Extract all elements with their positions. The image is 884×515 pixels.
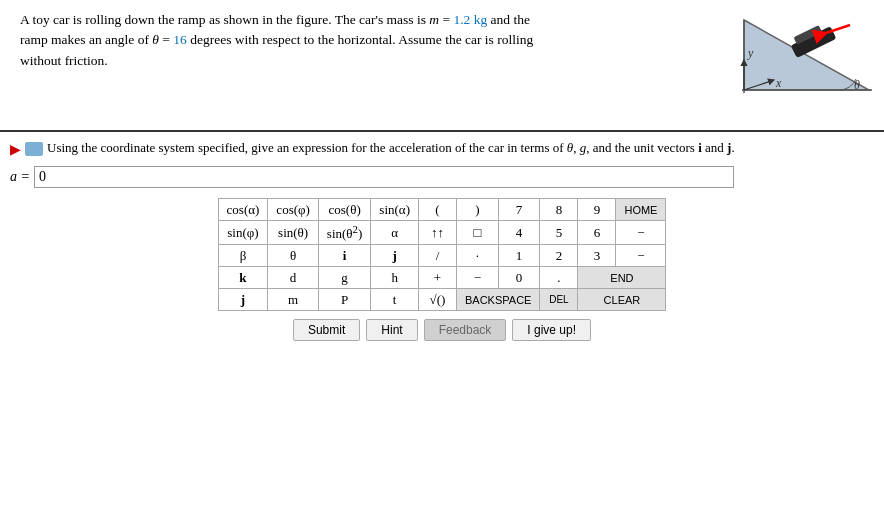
key-4[interactable]: 4 <box>498 221 540 245</box>
keypad-table: cos(α) cos(φ) cos(θ) sin(α) ( ) 7 8 9 HO… <box>218 198 667 311</box>
key-1[interactable]: 1 <box>498 245 540 267</box>
key-cos-alpha[interactable]: cos(α) <box>218 199 268 221</box>
key-j[interactable]: j <box>371 245 419 267</box>
key-9[interactable]: 9 <box>578 199 616 221</box>
key-2[interactable]: 2 <box>540 245 578 267</box>
key-dot[interactable]: · <box>457 245 499 267</box>
key-sqrt[interactable]: √() <box>419 289 457 311</box>
key-i[interactable]: i <box>318 245 371 267</box>
key-minus1[interactable]: − <box>616 221 666 245</box>
mass-value: 1.2 kg <box>453 12 487 27</box>
key-sin-alpha[interactable]: sin(α) <box>371 199 419 221</box>
svg-text:x: x <box>775 76 782 90</box>
key-6[interactable]: 6 <box>578 221 616 245</box>
key-del[interactable]: DEL <box>540 289 578 311</box>
keypad-row-3: β θ i j / · 1 2 3 − <box>218 245 666 267</box>
keypad-row-1: cos(α) cos(φ) cos(θ) sin(α) ( ) 7 8 9 HO… <box>218 199 666 221</box>
angle-value: 16 <box>173 32 187 47</box>
key-cos-theta[interactable]: cos(θ) <box>318 199 371 221</box>
give-up-button[interactable]: I give up! <box>512 319 591 341</box>
key-5[interactable]: 5 <box>540 221 578 245</box>
key-cos-phi[interactable]: cos(φ) <box>268 199 319 221</box>
key-sin-theta[interactable]: sin(θ) <box>268 221 319 245</box>
key-open-paren[interactable]: ( <box>419 199 457 221</box>
question-row: ▶ Using the coordinate system specified,… <box>10 140 874 158</box>
ramp-diagram: x y θ <box>644 5 874 110</box>
key-sin-theta2[interactable]: sin(θ2) <box>318 221 371 245</box>
keypad-row-5: j m P t √() BACKSPACE DEL CLEAR <box>218 289 666 311</box>
question-arrow-icon: ▶ <box>10 141 21 158</box>
key-m[interactable]: m <box>268 289 319 311</box>
bottom-section: ▶ Using the coordinate system specified,… <box>0 130 884 349</box>
footer-buttons: Submit Hint Feedback I give up! <box>10 319 874 341</box>
keypad-wrapper: cos(α) cos(φ) cos(θ) sin(α) ( ) 7 8 9 HO… <box>10 198 874 311</box>
key-8[interactable]: 8 <box>540 199 578 221</box>
key-plus[interactable]: + <box>419 267 457 289</box>
key-g[interactable]: g <box>318 267 371 289</box>
answer-row: a = <box>10 166 874 188</box>
keypad-row-4: k d g h + − 0 . END <box>218 267 666 289</box>
question-text: Using the coordinate system specified, g… <box>47 140 874 156</box>
ramp-svg: x y θ <box>644 5 874 110</box>
key-clear[interactable]: CLEAR <box>578 289 666 311</box>
key-divide[interactable]: / <box>419 245 457 267</box>
svg-marker-0 <box>744 20 869 90</box>
hint-button[interactable]: Hint <box>366 319 417 341</box>
key-7[interactable]: 7 <box>498 199 540 221</box>
answer-input[interactable] <box>34 166 734 188</box>
key-h[interactable]: h <box>371 267 419 289</box>
key-j2[interactable]: j <box>218 289 268 311</box>
key-P[interactable]: P <box>318 289 371 311</box>
key-beta[interactable]: β <box>218 245 268 267</box>
key-sin-phi[interactable]: sin(φ) <box>218 221 268 245</box>
key-3[interactable]: 3 <box>578 245 616 267</box>
feedback-button[interactable]: Feedback <box>424 319 507 341</box>
key-0[interactable]: 0 <box>498 267 540 289</box>
key-end[interactable]: END <box>578 267 666 289</box>
answer-label: a = <box>10 169 30 185</box>
question-book-icon <box>25 142 43 156</box>
key-superscript[interactable]: ↑↑ <box>419 221 457 245</box>
key-alpha[interactable]: α <box>371 221 419 245</box>
key-backspace[interactable]: BACKSPACE <box>457 289 540 311</box>
key-home[interactable]: HOME <box>616 199 666 221</box>
key-d[interactable]: d <box>268 267 319 289</box>
key-period[interactable]: . <box>540 267 578 289</box>
problem-text-part1: A toy car is rolling down the ramp as sh… <box>20 12 453 27</box>
key-t[interactable]: t <box>371 289 419 311</box>
submit-button[interactable]: Submit <box>293 319 360 341</box>
top-section: A toy car is rolling down the ramp as sh… <box>0 0 884 120</box>
key-minus3[interactable]: − <box>457 267 499 289</box>
key-minus2[interactable]: − <box>616 245 666 267</box>
problem-text: A toy car is rolling down the ramp as sh… <box>20 10 540 71</box>
key-close-paren[interactable]: ) <box>457 199 499 221</box>
svg-text:θ: θ <box>854 78 860 92</box>
keypad-row-2: sin(φ) sin(θ) sin(θ2) α ↑↑ □ 4 5 6 − <box>218 221 666 245</box>
svg-text:y: y <box>747 46 754 60</box>
key-square[interactable]: □ <box>457 221 499 245</box>
key-theta[interactable]: θ <box>268 245 319 267</box>
key-k[interactable]: k <box>218 267 268 289</box>
